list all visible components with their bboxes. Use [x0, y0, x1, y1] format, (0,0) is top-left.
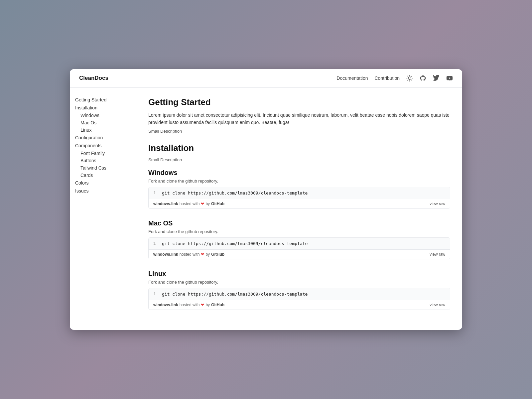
sidebar-subitem-buttons[interactable]: Buttons: [75, 157, 131, 164]
linux-code-text: git clone https://github.com/lmas3009/cl…: [162, 292, 308, 297]
sidebar-item-getting-started[interactable]: Getting Started: [75, 96, 131, 104]
windows-footer-hosted: hosted with: [180, 201, 200, 206]
getting-started-desc: Lorem ipsum dolor sit amet consectetur a…: [148, 111, 450, 126]
windows-code-line: 1 git clone https://github.com/lmas3009/…: [149, 187, 450, 199]
linux-footer-left: windows.link hosted with ❤ by GitHub: [153, 303, 224, 307]
windows-code-footer: windows.link hosted with ❤ by GitHub vie…: [149, 199, 450, 208]
github-icon[interactable]: [420, 75, 426, 81]
svg-point-0: [408, 77, 411, 79]
sidebar-item-issues[interactable]: Issues: [75, 187, 131, 195]
macos-title: Mac OS: [148, 219, 450, 227]
macos-code-block: 1 git clone https://github.com/lmas3009/…: [148, 237, 450, 259]
sidebar-subitem-tailwind-css[interactable]: Tailwind Css: [75, 164, 131, 172]
body-layout: Getting Started Installation Windows Mac…: [70, 88, 462, 330]
macos-footer-by: by: [205, 252, 210, 257]
linux-subsection: Linux Fork and clone the github reposito…: [148, 270, 450, 310]
svg-line-3: [408, 76, 408, 76]
navbar: CleanDocs Documentation Contribution: [70, 69, 462, 88]
windows-footer-by: by: [205, 201, 210, 206]
linux-view-raw[interactable]: view raw: [430, 303, 445, 307]
macos-line-num: 1: [153, 241, 157, 246]
linux-line-num: 1: [153, 292, 157, 297]
heart-icon: ❤: [201, 201, 204, 206]
linux-heart-icon: ❤: [201, 303, 204, 307]
macos-footer-link[interactable]: windows.link: [153, 252, 178, 257]
macos-subsection: Mac OS Fork and clone the github reposit…: [148, 219, 450, 259]
macos-code-line: 1 git clone https://github.com/lmas3009/…: [149, 238, 450, 249]
windows-title: Windows: [148, 169, 450, 177]
windows-footer-left: windows.link hosted with ❤ by GitHub: [153, 201, 224, 206]
main-content: Getting Started Lorem ipsum dolor sit am…: [136, 88, 462, 330]
navbar-right: Documentation Contribution: [336, 75, 453, 81]
windows-code-block: 1 git clone https://github.com/lmas3009/…: [148, 187, 450, 209]
theme-toggle-icon[interactable]: [406, 75, 413, 81]
main-window: CleanDocs Documentation Contribution: [70, 69, 462, 330]
contribution-link[interactable]: Contribution: [375, 75, 400, 81]
svg-line-8: [411, 76, 412, 76]
getting-started-section: Getting Started Lorem ipsum dolor sit am…: [148, 97, 450, 134]
macos-code-text: git clone https://github.com/lmas3009/cl…: [162, 241, 308, 246]
getting-started-title: Getting Started: [148, 97, 450, 107]
installation-section: Installation Small Description Windows F…: [148, 143, 450, 310]
linux-footer-hosted: hosted with: [180, 303, 200, 307]
sidebar-item-components[interactable]: Components: [75, 142, 131, 150]
svg-line-7: [408, 80, 408, 80]
sidebar-subitem-mac-os[interactable]: Mac Os: [75, 119, 131, 126]
windows-desc: Fork and clone the github repository.: [148, 179, 450, 184]
macos-footer-left: windows.link hosted with ❤ by GitHub: [153, 252, 224, 257]
linux-code-footer: windows.link hosted with ❤ by GitHub vie…: [149, 300, 450, 310]
sidebar-item-colors[interactable]: Colors: [75, 179, 131, 187]
linux-code-line: 1 git clone https://github.com/lmas3009/…: [149, 288, 450, 300]
macos-heart-icon: ❤: [201, 252, 204, 257]
sidebar-subitem-cards[interactable]: Cards: [75, 172, 131, 179]
linux-desc: Fork and clone the github repository.: [148, 280, 450, 285]
svg-line-4: [411, 80, 412, 80]
linux-footer-by: by: [205, 303, 210, 307]
youtube-icon[interactable]: [446, 75, 453, 81]
linux-footer-link[interactable]: windows.link: [153, 303, 178, 307]
macos-footer-hosted: hosted with: [180, 252, 200, 257]
windows-view-raw[interactable]: view raw: [430, 201, 445, 206]
windows-code-text: git clone https://github.com/lmas3009/cl…: [162, 191, 308, 196]
windows-subsection: Windows Fork and clone the github reposi…: [148, 169, 450, 209]
windows-footer-github[interactable]: GitHub: [211, 201, 224, 206]
linux-code-block: 1 git clone https://github.com/lmas3009/…: [148, 288, 450, 310]
sidebar: Getting Started Installation Windows Mac…: [70, 88, 136, 330]
sidebar-subitem-linux[interactable]: Linux: [75, 126, 131, 134]
getting-started-small-desc: Small Description: [148, 129, 450, 134]
macos-code-footer: windows.link hosted with ❤ by GitHub vie…: [149, 249, 450, 259]
macos-footer-github[interactable]: GitHub: [211, 252, 224, 257]
twitter-icon[interactable]: [433, 75, 440, 81]
linux-title: Linux: [148, 270, 450, 278]
windows-footer-link[interactable]: windows.link: [153, 201, 178, 206]
sidebar-item-configuration[interactable]: Configuration: [75, 134, 131, 142]
installation-small-desc: Small Description: [148, 157, 450, 162]
sidebar-subitem-windows[interactable]: Windows: [75, 112, 131, 119]
macos-view-raw[interactable]: view raw: [430, 252, 445, 257]
macos-desc: Fork and clone the github repository.: [148, 229, 450, 234]
installation-title: Installation: [148, 143, 450, 153]
linux-footer-github[interactable]: GitHub: [211, 303, 224, 307]
sidebar-item-installation[interactable]: Installation: [75, 104, 131, 112]
brand-logo: CleanDocs: [79, 75, 108, 81]
sidebar-subitem-font-family[interactable]: Font Family: [75, 150, 131, 157]
windows-line-num: 1: [153, 191, 157, 196]
documentation-link[interactable]: Documentation: [336, 75, 368, 81]
